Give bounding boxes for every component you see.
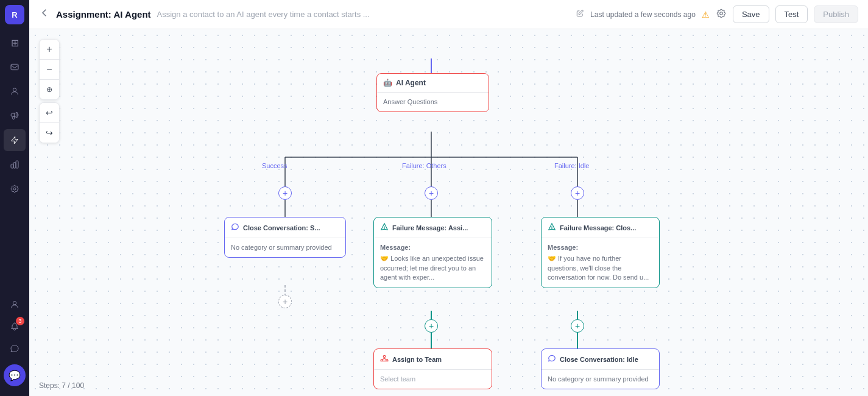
failure-others-label: Failure: Others: [402, 162, 446, 169]
redo-button[interactable]: ↪: [40, 123, 59, 143]
undo-controls: ↩ ↪: [39, 102, 60, 143]
ai-agent-body: Answer Questions: [377, 93, 489, 111]
app-logo[interactable]: R: [5, 5, 24, 24]
failure-others-add-button[interactable]: +: [425, 186, 438, 200]
assign-team-node[interactable]: Assign to Team Select team: [373, 348, 492, 389]
success-label: Success: [262, 162, 288, 169]
assign-team-header: Assign to Team: [374, 349, 492, 370]
save-button[interactable]: Save: [733, 5, 769, 23]
undo-button[interactable]: ↩: [40, 103, 59, 122]
back-button[interactable]: [39, 7, 50, 21]
ai-agent-icon: 🤖: [383, 79, 392, 87]
zoom-out-button[interactable]: −: [40, 60, 59, 79]
failure-message-1-node[interactable]: Failure Message: Assi... Message: 🤝 Look…: [373, 217, 492, 288]
edit-icon[interactable]: [576, 9, 584, 19]
ai-agent-header: 🤖 AI Agent: [377, 74, 489, 93]
flow-canvas[interactable]: + − ⊕ ↩ ↪: [29, 29, 868, 396]
svg-point-3: [720, 12, 723, 15]
sidebar-item-settings[interactable]: [4, 178, 26, 200]
page-title: Assignment: AI Agent: [56, 9, 151, 19]
failure-msg-1-add-button[interactable]: +: [425, 319, 438, 333]
notification-badge: 3: [16, 317, 24, 325]
main-area: Assignment: AI Agent Assign a contact to…: [29, 0, 868, 396]
sidebar-bottom: 3 💬: [4, 294, 26, 391]
publish-button[interactable]: Publish: [814, 5, 858, 23]
live-chat-button[interactable]: 💬: [4, 364, 26, 386]
zoom-fit-button[interactable]: ⊕: [40, 80, 59, 99]
sidebar-item-reports[interactable]: [4, 154, 26, 175]
sidebar-item-inbox[interactable]: [4, 56, 26, 78]
failure-message-1-header: Failure Message: Assi...: [374, 217, 492, 238]
sidebar-item-contacts[interactable]: [4, 80, 26, 102]
close-success-node[interactable]: Close Conversation: S... No category or …: [224, 217, 346, 258]
failure-msg-1-icon: [380, 222, 389, 233]
failure-idle-label: Failure: Idle: [554, 162, 589, 169]
assign-team-icon: [380, 354, 389, 364]
close-success-header: Close Conversation: S...: [225, 217, 345, 238]
failure-msg-2-icon: [548, 222, 556, 233]
ai-agent-node[interactable]: 🤖 AI Agent Answer Questions: [376, 73, 489, 112]
sidebar-item-notifications[interactable]: 3: [4, 316, 26, 338]
close-success-body: No category or summary provided: [225, 238, 345, 257]
page-description: Assign a contact to an AI agent every ti…: [157, 10, 570, 19]
svg-point-1: [13, 188, 16, 190]
failure-message-2-node[interactable]: Failure Message: Clos... Message: 🤝 If y…: [541, 217, 660, 288]
sidebar-item-agent-profile[interactable]: [4, 294, 26, 316]
close-success-add-button[interactable]: +: [278, 295, 292, 308]
close-success-icon: [231, 222, 239, 233]
assign-team-body[interactable]: Select team: [374, 370, 492, 389]
sidebar-item-help[interactable]: [4, 338, 26, 359]
failure-message-2-header: Failure Message: Clos...: [542, 217, 659, 238]
zoom-in-button[interactable]: +: [40, 40, 59, 59]
zoom-controls: + − ⊕: [39, 39, 60, 100]
failure-message-2-body: Message: 🤝 If you have no further questi…: [542, 238, 659, 288]
close-idle-body: No category or summary provided: [542, 370, 659, 389]
failure-message-1-body: Message: 🤝 Looks like an unexpected issu…: [374, 238, 492, 288]
close-idle-icon: [548, 354, 556, 364]
sidebar-item-grid[interactable]: ⊞: [4, 32, 26, 54]
svg-point-2: [13, 302, 16, 305]
last-updated-status: Last updated a few seconds ago: [590, 10, 696, 19]
steps-counter: Steps: 7 / 100: [39, 381, 84, 390]
settings-gear-icon[interactable]: [716, 8, 727, 21]
close-idle-node[interactable]: Close Conversation: Idle No category or …: [541, 348, 660, 389]
test-button[interactable]: Test: [775, 5, 808, 23]
sidebar-item-automation[interactable]: [4, 129, 26, 151]
topbar: Assignment: AI Agent Assign a contact to…: [29, 0, 868, 29]
failure-msg-2-add-button[interactable]: +: [571, 319, 584, 333]
svg-point-0: [13, 88, 16, 91]
sidebar: R ⊞ 3 💬: [0, 0, 29, 396]
close-idle-header: Close Conversation: Idle: [542, 349, 659, 370]
warning-icon: ⚠: [702, 10, 710, 19]
sidebar-item-campaigns[interactable]: [4, 105, 26, 127]
success-add-button[interactable]: +: [278, 186, 292, 200]
failure-idle-add-button[interactable]: +: [571, 186, 584, 200]
